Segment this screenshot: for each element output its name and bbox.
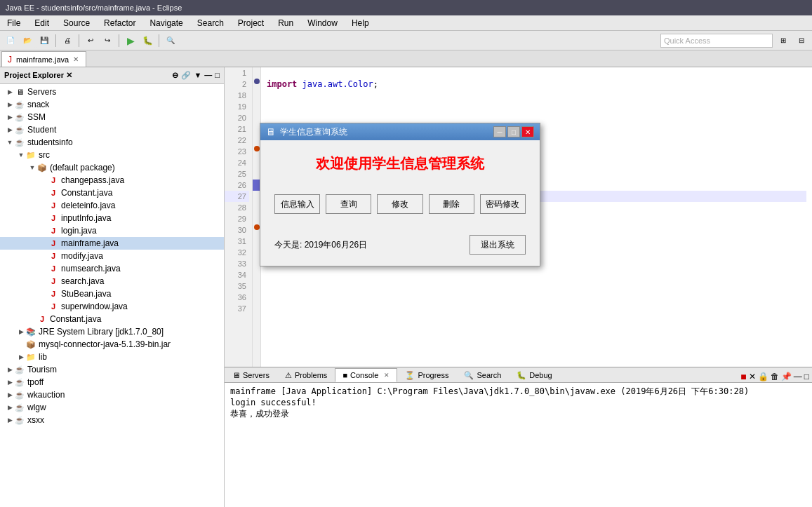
tree-item-servers[interactable]: ▶ 🖥 Servers	[0, 86, 224, 98]
menu-navigate[interactable]: Navigate	[142, 17, 189, 29]
tree-item-search[interactable]: J search.java	[0, 275, 224, 288]
tree-item-ssm[interactable]: ▶ ☕ SSM	[0, 111, 224, 123]
tree-item-default-pkg[interactable]: ▼ 📦 (default package)	[0, 161, 224, 174]
tree-item-stubean[interactable]: J StuBean.java	[0, 288, 224, 300]
clear-console-btn[interactable]: 🗑	[771, 372, 779, 381]
btn-modify[interactable]: 修改	[377, 194, 422, 214]
tab-debug[interactable]: 🐛 Debug	[509, 368, 559, 382]
tree-label: Servers	[27, 87, 56, 97]
toolbar-run-btn[interactable]: ▶	[123, 33, 138, 48]
menu-project[interactable]: Project	[231, 17, 271, 29]
toolbar-perspective-btn[interactable]: ⊞	[776, 33, 791, 48]
dialog-minimize-btn[interactable]: ─	[493, 126, 506, 137]
tree-item-superwindow[interactable]: J superwindow.java	[0, 300, 224, 313]
dialog-body: 欢迎使用学生信息管理系统 信息输入 查询 修改 删除 密码修改 今天是: 201…	[260, 140, 540, 266]
tree-item-snack[interactable]: ▶ ☕ snack	[0, 98, 224, 111]
stop-btn[interactable]: ■	[740, 371, 746, 382]
tab-console[interactable]: ■ Console ✕	[335, 368, 397, 382]
scroll-lock-btn[interactable]: 🔒	[758, 372, 768, 381]
toolbar-open-btn[interactable]: 📂	[20, 33, 35, 48]
toolbar-views-btn[interactable]: ⊟	[794, 33, 809, 48]
tab-servers[interactable]: 🖥 Servers	[225, 368, 277, 382]
dialog-close-btn[interactable]: ✕	[521, 126, 534, 137]
menu-help[interactable]: Help	[345, 17, 376, 29]
tab-close-console[interactable]: ✕	[384, 372, 390, 379]
pe-maximize-btn[interactable]: □	[215, 71, 220, 80]
btn-delete[interactable]: 删除	[429, 194, 474, 214]
pe-tree: ▶ 🖥 Servers ▶ ☕ snack ▶ ☕ SSM	[0, 84, 224, 507]
pin-btn[interactable]: 📌	[781, 372, 792, 381]
java-icon: J	[48, 238, 59, 249]
tree-item-student[interactable]: ▶ ☕ Student	[0, 123, 224, 136]
menu-source[interactable]: Source	[56, 17, 97, 29]
tab-label: Search	[477, 371, 501, 379]
tree-item-constant[interactable]: J Constant.java	[0, 187, 224, 199]
toolbar-new-btn[interactable]: 📄	[3, 33, 18, 48]
tab-progress[interactable]: ⏳ Progress	[397, 368, 456, 382]
dialog-restore-btn[interactable]: □	[507, 126, 520, 137]
toolbar-search-btn[interactable]: 🔍	[163, 33, 178, 48]
server-icon: 🖥	[14, 86, 25, 97]
toolbar-undo-btn[interactable]: ↩	[83, 33, 98, 48]
tab-problems[interactable]: ⚠ Problems	[277, 368, 335, 382]
tree-item-mainframe[interactable]: J mainframe.java	[0, 237, 224, 250]
tree-label: mysql-connector-java-5.1.39-bin.jar	[39, 339, 171, 349]
toolbar-redo-btn[interactable]: ↪	[100, 33, 115, 48]
tree-item-constant2[interactable]: J Constant.java	[0, 313, 224, 325]
dialog-titlebar: 🖥 学生信息查询系统 ─ □ ✕	[260, 123, 540, 140]
tree-item-login[interactable]: J login.java	[0, 224, 224, 237]
lib-icon: 📚	[25, 326, 36, 337]
maximize-btn[interactable]: □	[804, 372, 809, 381]
tree-item-tpoff[interactable]: ▶ ☕ tpoff	[0, 376, 224, 388]
tree-item-inputinfo[interactable]: J inputInfo.java	[0, 212, 224, 224]
tree-item-modify[interactable]: J modify.java	[0, 250, 224, 262]
minimize-btn[interactable]: —	[794, 372, 802, 381]
tree-item-tourism[interactable]: ▶ ☕ Tourism	[0, 363, 224, 376]
editor-gutter: 1 2 18 19 20 21 22 23 24 25 26 27 28 29 …	[225, 67, 253, 367]
pe-collapse-btn[interactable]: ⊖	[172, 71, 178, 80]
dialog-exit-btn[interactable]: 退出系统	[470, 235, 526, 255]
btn-password-modify[interactable]: 密码修改	[480, 194, 526, 214]
tree-item-src[interactable]: ▼ 📁 src	[0, 149, 224, 161]
menu-search[interactable]: Search	[190, 17, 231, 29]
tree-item-wlgw[interactable]: ▶ ☕ wlgw	[0, 401, 224, 414]
terminate-btn[interactable]: ✕	[749, 372, 756, 381]
toolbar-print-btn[interactable]: 🖨	[60, 33, 75, 48]
pe-menu-btn[interactable]: ▼	[194, 71, 201, 80]
toolbar-save-btn[interactable]: 💾	[36, 33, 52, 48]
btn-info-input[interactable]: 信息输入	[274, 194, 320, 214]
tree-item-deleteinfo[interactable]: J deleteinfo.java	[0, 199, 224, 212]
tree-item-mysql[interactable]: 📦 mysql-connector-java-5.1.39-bin.jar	[0, 338, 224, 351]
menu-run[interactable]: Run	[271, 17, 300, 29]
btn-query[interactable]: 查询	[326, 194, 371, 214]
tree-arrow: ▶	[6, 391, 14, 398]
tree-item-numsearch[interactable]: J numsearch.java	[0, 262, 224, 275]
toolbar-sep1	[55, 34, 56, 47]
tree-item-changepass[interactable]: J changepass.java	[0, 174, 224, 187]
line-num-34: 34	[225, 269, 249, 280]
menu-edit[interactable]: Edit	[27, 17, 56, 29]
tree-item-xsxx[interactable]: ▶ ☕ xsxx	[0, 414, 224, 426]
project-icon: ☕	[14, 99, 25, 110]
tree-item-lib[interactable]: ▶ 📁 lib	[0, 351, 224, 363]
quick-access-box[interactable]: Quick Access	[660, 34, 773, 48]
tab-close-btn[interactable]: ✕	[73, 55, 79, 63]
menu-file[interactable]: File	[0, 17, 27, 29]
tree-item-jre[interactable]: ▶ 📚 JRE System Library [jdk1.7.0_80]	[0, 325, 224, 338]
tree-item-studentsinfo[interactable]: ▼ ☕ studentsinfo	[0, 136, 224, 149]
progress-icon: ⏳	[405, 371, 415, 380]
dialog-date: 今天是: 2019年06月26日	[274, 239, 367, 251]
tab-search[interactable]: 🔍 Search	[456, 368, 509, 382]
menu-refactor[interactable]: Refactor	[97, 17, 142, 29]
search-icon: 🔍	[464, 371, 474, 380]
java-icon: J	[48, 200, 59, 211]
line-num-27: 27	[225, 191, 249, 202]
pe-link-btn[interactable]: 🔗	[181, 71, 191, 80]
menu-window[interactable]: Window	[300, 17, 345, 29]
tree-item-wkauction[interactable]: ▶ ☕ wkauction	[0, 388, 224, 401]
line-num-19: 19	[225, 101, 249, 112]
tree-label: tpoff	[27, 377, 44, 387]
editor-tab-mainframe[interactable]: J mainframe.java ✕	[1, 51, 86, 67]
toolbar-debug-btn[interactable]: 🐛	[140, 33, 155, 48]
pe-minimize-btn[interactable]: —	[204, 71, 212, 80]
